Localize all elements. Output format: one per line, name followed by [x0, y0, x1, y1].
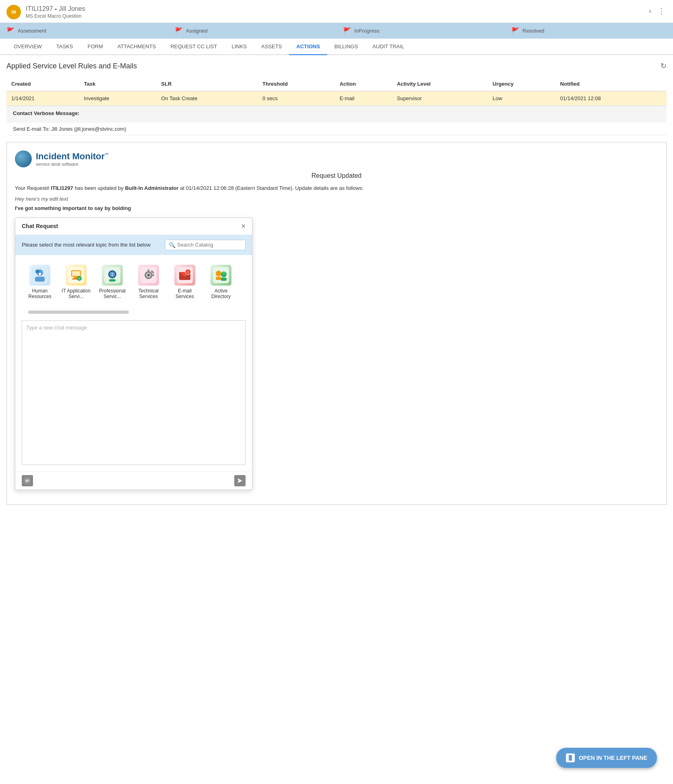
slr-table: Created Task SLR Threshold Action Activi…: [6, 77, 667, 106]
progress-bar: 🚩 Assessment 🚩 Assigned 🚩 InProgress 🚩 R…: [0, 23, 673, 39]
header: IM ITILI1297 - Jill Jones MS Excel Macro…: [0, 0, 673, 23]
chat-close-button[interactable]: ×: [241, 222, 246, 230]
catalog-item-hr[interactable]: i Human Resources: [22, 261, 58, 302]
col-action: Action: [335, 77, 392, 91]
col-slr: SLR: [156, 77, 258, 91]
catalog-icon-hr: i: [29, 265, 50, 286]
catalog-scrollbar[interactable]: [28, 311, 129, 314]
catalog-search-input[interactable]: [177, 242, 242, 248]
cell-notified: 01/14/2021 12:08: [555, 91, 667, 106]
section-title: Applied Service Level Rules and E-Mails: [6, 62, 137, 70]
email-body-line2: has been updated by: [73, 185, 125, 191]
chevron-right-icon[interactable]: ›: [647, 5, 653, 17]
svg-rect-32: [213, 267, 229, 283]
flag-icon: 🚩: [511, 27, 519, 35]
logo-text-block: Incident Monitor™ service desk software: [36, 151, 109, 167]
more-options-icon[interactable]: ⋮: [656, 5, 667, 17]
svg-text:i: i: [112, 272, 113, 277]
catalog-item-email[interactable]: ! E-mail Services: [167, 261, 203, 302]
cell-threshold: 0 secs: [258, 91, 335, 106]
chat-search-wrap: 🔍: [165, 240, 246, 250]
svg-text:!: !: [188, 270, 189, 274]
verbose-email-row: Send E-mail To: Jill Jones (jill.jones@s…: [6, 123, 667, 136]
email-content: Incident Monitor™ service desk software …: [6, 142, 667, 505]
ticket-subtitle: MS Excel Macro Question: [26, 13, 85, 19]
verbose-email-text: Send E-mail To: Jill Jones (jill.jones@s…: [13, 126, 126, 132]
col-urgency: Urgency: [488, 77, 555, 91]
catalog-item-tech[interactable]: Technical Services: [130, 261, 167, 302]
svg-text:i: i: [39, 274, 40, 277]
svg-text:✓: ✓: [78, 277, 81, 280]
email-updated-by: Built-In Administrator: [125, 185, 178, 191]
catalog-item-ad[interactable]: Active Directory: [203, 261, 239, 302]
catalog-label-it: IT Application Servi...: [61, 288, 91, 299]
step-label: InProgress: [354, 28, 380, 34]
chat-footer-btn-left[interactable]: [22, 475, 33, 486]
svg-rect-10: [72, 271, 80, 276]
open-left-pane-button[interactable]: OPEN IN THE LEFT PANE: [556, 748, 657, 768]
logo-tagline: service desk software: [36, 162, 109, 167]
tab-assets[interactable]: ASSETS: [254, 39, 289, 55]
svg-marker-42: [237, 478, 242, 483]
cell-task: Investigate: [79, 91, 157, 106]
catalog-icon-tech: [138, 265, 159, 286]
user-name: Jill Jones: [59, 5, 85, 12]
svg-rect-40: [25, 480, 29, 481]
step-assessment[interactable]: 🚩 Assessment: [0, 23, 168, 39]
chat-input-wrap: Type a new chat message: [15, 315, 252, 471]
pane-icon: [566, 753, 575, 762]
svg-rect-23: [148, 270, 149, 273]
chat-overlay: Chat Request × Please select the most re…: [15, 218, 658, 490]
chat-footer: [15, 471, 252, 490]
tab-form[interactable]: FORM: [81, 39, 110, 55]
chat-dialog: Chat Request × Please select the most re…: [15, 218, 252, 490]
cell-activity-level: Supervisor: [392, 91, 488, 106]
pane-icon-inner: [569, 755, 572, 761]
step-assigned[interactable]: 🚩 Assigned: [168, 23, 336, 39]
email-request-id: ITILI1297: [51, 185, 73, 191]
table-row: 1/14/2021 Investigate On Task Create 0 s…: [6, 91, 667, 106]
step-inprogress[interactable]: 🚩 InProgress: [336, 23, 505, 39]
tab-request-cc-list[interactable]: REQUEST CC LIST: [163, 39, 224, 55]
verbose-label: Contact Verbose Message:: [13, 110, 660, 116]
main-content: Applied Service Level Rules and E-Mails …: [0, 55, 673, 518]
catalog-item-pro[interactable]: i Professional Servic...: [94, 261, 130, 302]
svg-rect-41: [25, 481, 28, 482]
svg-rect-5: [35, 277, 45, 282]
tab-actions[interactable]: ACTIONS: [289, 39, 327, 55]
refresh-icon[interactable]: ↻: [661, 62, 667, 70]
catalog-item-it[interactable]: ✓ IT Application Servi...: [58, 261, 94, 302]
step-resolved[interactable]: 🚩 Resolved: [505, 23, 673, 39]
col-activity-level: Activity Level: [392, 77, 488, 91]
catalog-icon-ad: [211, 265, 231, 286]
nav-tabs: OVERVIEW TASKS FORM ATTACHMENTS REQUEST …: [0, 39, 673, 55]
svg-point-37: [222, 272, 225, 275]
tab-links[interactable]: LINKS: [224, 39, 254, 55]
chat-input-area[interactable]: Type a new chat message: [22, 320, 246, 465]
chat-search-bar: Please select the most relevant topic fr…: [15, 235, 252, 255]
catalog-label-tech: Technical Services: [134, 288, 163, 299]
chat-header: Chat Request ×: [15, 218, 252, 235]
svg-rect-38: [221, 278, 227, 281]
email-body-line3: at 01/14/2021 12:06:28 (Eastern Standard…: [179, 185, 364, 191]
email-italic: Hey here's my edit text: [15, 196, 658, 202]
tab-tasks[interactable]: TASKS: [49, 39, 81, 55]
catalog-label-email: E-mail Services: [170, 288, 200, 299]
col-notified: Notified: [555, 77, 667, 91]
catalog-icon-it: ✓: [66, 265, 87, 286]
logo-text-main: Incident Monitor™: [36, 151, 109, 161]
chat-search-label: Please select the most relevant topic fr…: [22, 242, 151, 248]
svg-rect-35: [216, 277, 221, 280]
email-body-line1: Your Request#: [15, 185, 51, 191]
tab-billings[interactable]: BILLINGS: [327, 39, 365, 55]
step-label: Assessment: [18, 28, 46, 34]
tab-overview[interactable]: OVERVIEW: [6, 39, 49, 55]
tab-audit-trail[interactable]: AUDIT TRAIL: [365, 39, 411, 55]
chat-footer-btn-send[interactable]: [234, 475, 246, 486]
catalog-grid: i Human Resources: [15, 255, 252, 309]
step-label: Assigned: [186, 28, 207, 34]
tab-attachments[interactable]: ATTACHMENTS: [110, 39, 163, 55]
search-icon: 🔍: [169, 242, 175, 248]
app-logo: IM: [6, 5, 21, 19]
svg-point-34: [217, 271, 220, 274]
